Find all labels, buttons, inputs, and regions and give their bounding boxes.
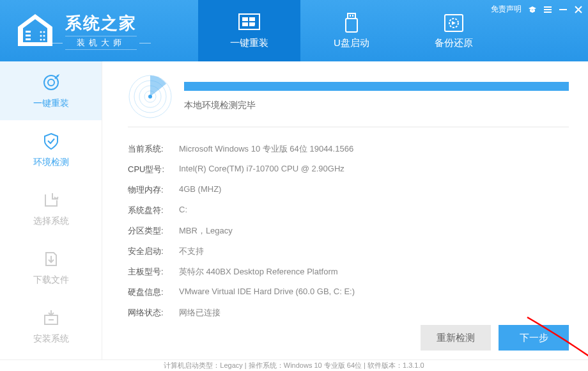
sidebar-label: 下载文件: [33, 274, 69, 286]
svg-point-25: [48, 79, 54, 86]
svg-point-3: [40, 31, 42, 33]
svg-point-7: [40, 39, 42, 41]
svg-rect-1: [26, 35, 31, 36]
svg-point-5: [40, 35, 42, 37]
info-row: 网络状态:网络已连接: [128, 303, 569, 323]
svg-point-4: [43, 31, 45, 33]
svg-rect-14: [348, 13, 355, 19]
disclaimer-link[interactable]: 免责声明: [491, 4, 522, 15]
svg-point-6: [43, 35, 45, 37]
footer-text: 计算机启动类型：Legacy | 操作系统：Windows 10 专业版 64位…: [164, 361, 424, 370]
info-row: 主板型号:英特尔 440BX Desktop Reference Platfor…: [128, 262, 569, 282]
info-list: 当前系统:Microsoft Windows 10 专业版 64位 19044.…: [128, 139, 569, 323]
main-content: 本地环境检测完毕 当前系统:Microsoft Windows 10 专业版 6…: [102, 61, 588, 359]
sidebar-item-download[interactable]: 下载文件: [0, 238, 102, 297]
sidebar-item-install[interactable]: 安装系统: [0, 297, 102, 356]
svg-point-32: [148, 95, 152, 99]
hat-icon[interactable]: [528, 5, 537, 14]
info-row: 硬盘信息:VMware Virtual IDE Hard Drive (60.0…: [128, 282, 569, 303]
progress-bar: [184, 82, 569, 91]
minimize-icon[interactable]: [559, 5, 568, 14]
info-row: 当前系统:Microsoft Windows 10 专业版 64位 19044.…: [128, 139, 569, 159]
svg-rect-23: [559, 9, 567, 10]
install-icon: [41, 308, 61, 328]
sidebar: 一键重装 环境检测 选择系统 下载文件 安装系统: [0, 61, 102, 359]
tab-usb-boot[interactable]: U盘启动: [300, 0, 403, 61]
svg-rect-22: [544, 12, 552, 13]
download-icon: [41, 249, 61, 269]
settings-icon[interactable]: [543, 5, 552, 14]
sidebar-label: 环境检测: [33, 157, 69, 168]
tab-backup-restore[interactable]: 备份还原: [403, 0, 505, 61]
sidebar-item-select-system[interactable]: 选择系统: [0, 179, 102, 238]
divider: [128, 127, 569, 127]
next-button[interactable]: 下一步: [499, 325, 569, 351]
logo-subtitle: 装机大师: [65, 36, 137, 50]
svg-rect-20: [544, 6, 552, 8]
svg-rect-0: [26, 31, 31, 33]
tab-label: U盘启动: [334, 37, 369, 49]
svg-rect-11: [249, 17, 255, 21]
info-row: 系统盘符:C:: [128, 200, 569, 221]
tab-label: 一键重装: [230, 37, 268, 49]
svg-rect-16: [352, 15, 353, 17]
backup-icon: [441, 13, 467, 33]
svg-rect-13: [249, 22, 255, 26]
sidebar-item-reinstall[interactable]: 一键重装: [0, 61, 102, 120]
window-controls: 免责声明: [491, 4, 583, 15]
top-tabs: 一键重装 U盘启动 备份还原: [198, 0, 505, 61]
svg-rect-10: [242, 17, 248, 21]
windows-refresh-icon: [236, 13, 262, 33]
target-icon: [41, 72, 61, 93]
svg-rect-21: [544, 9, 552, 10]
logo-title: 系统之家: [65, 12, 137, 35]
svg-point-8: [43, 39, 45, 41]
info-row: 物理内存:4GB (MHZ): [128, 180, 569, 200]
svg-rect-12: [242, 22, 248, 26]
info-row: 安全启动:不支持: [128, 241, 569, 262]
svg-rect-17: [346, 19, 357, 32]
shield-check-icon: [41, 131, 61, 152]
tab-reinstall[interactable]: 一键重装: [198, 0, 300, 61]
sidebar-item-env-check[interactable]: 环境检测: [0, 120, 102, 179]
tab-label: 备份还原: [435, 37, 473, 49]
logo-area: 系统之家 装机大师: [0, 12, 192, 50]
sidebar-label: 安装系统: [33, 333, 69, 345]
svg-rect-2: [26, 38, 31, 40]
sidebar-label: 一键重装: [33, 98, 69, 109]
svg-rect-27: [49, 319, 54, 320]
logo-icon: [13, 13, 58, 49]
info-row: 分区类型:MBR，Legacy: [128, 221, 569, 241]
sidebar-label: 选择系统: [33, 216, 69, 227]
select-icon: [41, 190, 61, 210]
close-icon[interactable]: [574, 5, 583, 14]
usb-icon: [339, 13, 364, 33]
footer: 计算机启动类型：Legacy | 操作系统：Windows 10 专业版 64位…: [0, 359, 588, 371]
info-row: CPU型号:Intel(R) Core(TM) i7-10700 CPU @ 2…: [128, 159, 569, 180]
progress-text: 本地环境检测完毕: [184, 100, 569, 111]
svg-rect-9: [239, 14, 259, 29]
svg-rect-15: [350, 15, 351, 17]
radar-icon: [128, 74, 173, 119]
header: 系统之家 装机大师 一键重装 U盘启动 备份还原 免责声明: [0, 0, 588, 61]
recheck-button[interactable]: 重新检测: [421, 325, 491, 351]
